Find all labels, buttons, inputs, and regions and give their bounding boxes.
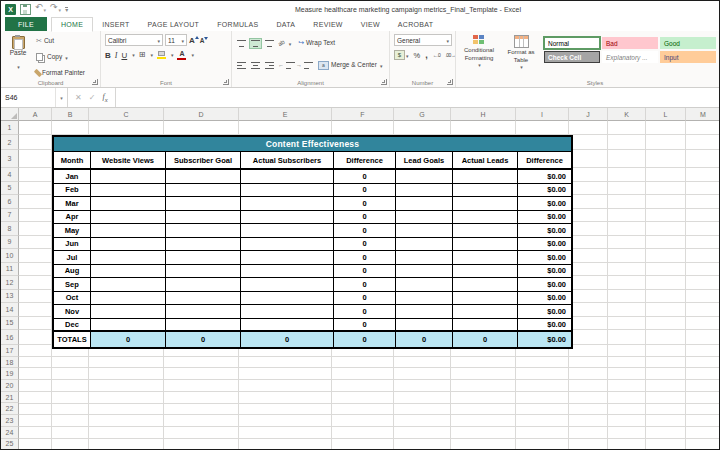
tab-formulas[interactable]: FORMULAS: [208, 17, 267, 31]
value-cell[interactable]: [453, 224, 518, 238]
undo-button[interactable]: ↶▾: [35, 3, 46, 15]
value-cell[interactable]: [453, 265, 518, 279]
value-cell[interactable]: [91, 184, 166, 198]
col-header-C[interactable]: C: [89, 108, 164, 121]
value-cell[interactable]: [166, 319, 241, 333]
select-all-corner[interactable]: [1, 108, 19, 121]
value-cell[interactable]: [453, 184, 518, 198]
value-cell[interactable]: [453, 238, 518, 252]
value-cell[interactable]: $0.00: [518, 251, 571, 265]
value-cell[interactable]: 0: [334, 238, 396, 252]
value-cell[interactable]: 0: [334, 170, 396, 184]
decrease-font-size-button[interactable]: A: [200, 37, 208, 44]
value-cell[interactable]: [453, 278, 518, 292]
col-header-G[interactable]: G: [394, 108, 451, 121]
value-cell[interactable]: [396, 184, 453, 198]
enter-icon[interactable]: ✓: [89, 93, 96, 102]
value-cell[interactable]: 0: [334, 292, 396, 306]
tab-page-layout[interactable]: PAGE LAYOUT: [139, 17, 209, 31]
comma-style-button[interactable]: ,: [425, 50, 428, 60]
value-cell[interactable]: 0: [334, 224, 396, 238]
month-cell[interactable]: Mar: [54, 197, 91, 211]
value-cell[interactable]: [91, 170, 166, 184]
italic-button[interactable]: I: [115, 51, 118, 60]
row-header-13[interactable]: 13: [1, 290, 19, 304]
table-header-cell[interactable]: Actual Subscribers: [241, 152, 334, 170]
value-cell[interactable]: [453, 170, 518, 184]
merge-dropdown-icon[interactable]: [379, 56, 383, 74]
month-cell[interactable]: Dec: [54, 319, 91, 333]
row-header-2[interactable]: 2: [1, 135, 19, 150]
value-cell[interactable]: [91, 251, 166, 265]
col-header-K[interactable]: K: [608, 108, 646, 121]
value-cell[interactable]: [396, 197, 453, 211]
style-chip-normal[interactable]: Normal: [544, 37, 600, 49]
table-header-cell[interactable]: Month: [54, 152, 91, 170]
value-cell[interactable]: [91, 305, 166, 319]
font-name-select[interactable]: Calibri: [105, 34, 163, 46]
tab-home[interactable]: HOME: [51, 17, 93, 32]
value-cell[interactable]: [91, 197, 166, 211]
copy-dropdown-icon[interactable]: [64, 48, 68, 66]
value-cell[interactable]: $0.00: [518, 292, 571, 306]
row-header-17[interactable]: 17: [1, 345, 19, 357]
value-cell[interactable]: [241, 305, 334, 319]
tab-view[interactable]: VIEW: [352, 17, 389, 31]
value-cell[interactable]: [396, 211, 453, 225]
font-color-dropdown-icon[interactable]: [190, 51, 194, 60]
tab-acrobat[interactable]: ACROBAT: [389, 17, 442, 31]
cancel-icon[interactable]: ✕: [75, 93, 82, 102]
value-cell[interactable]: [166, 278, 241, 292]
tab-data[interactable]: DATA: [268, 17, 305, 31]
col-header-A[interactable]: A: [19, 108, 52, 121]
number-dialog-launcher[interactable]: [447, 79, 453, 85]
number-format-select[interactable]: General: [394, 34, 452, 46]
value-cell[interactable]: [166, 251, 241, 265]
underline-dropdown-icon[interactable]: [131, 51, 135, 60]
value-cell[interactable]: [166, 305, 241, 319]
wrap-text-button[interactable]: ↪Wrap Text: [298, 39, 335, 47]
value-cell[interactable]: 0: [334, 265, 396, 279]
increase-indent-button[interactable]: →: [296, 61, 311, 70]
insert-function-icon[interactable]: fx: [102, 92, 107, 103]
col-header-I[interactable]: I: [516, 108, 569, 121]
col-header-E[interactable]: E: [239, 108, 332, 121]
col-header-D[interactable]: D: [164, 108, 239, 121]
conditional-formatting-button[interactable]: Conditional Formatting: [460, 34, 498, 75]
orientation-dropdown-icon[interactable]: [288, 34, 292, 52]
value-cell[interactable]: [241, 319, 334, 333]
col-header-H[interactable]: H: [451, 108, 516, 121]
row-header-8[interactable]: 8: [1, 222, 19, 236]
decrease-decimal-button[interactable]: .00→: [445, 52, 455, 58]
value-cell[interactable]: [396, 319, 453, 333]
table-header-cell[interactable]: Lead Goals: [396, 152, 453, 170]
cut-button[interactable]: ✂Cut: [36, 37, 85, 45]
value-cell[interactable]: [453, 305, 518, 319]
underline-button[interactable]: U: [121, 51, 127, 60]
increase-font-size-button[interactable]: A: [189, 36, 198, 45]
value-cell[interactable]: [241, 184, 334, 198]
alignment-dialog-launcher[interactable]: [381, 79, 387, 85]
totals-value-cell[interactable]: 0: [241, 332, 334, 347]
row-header-16[interactable]: 16: [1, 330, 19, 345]
totals-value-cell[interactable]: 0: [91, 332, 166, 347]
style-chip-check-cell[interactable]: Check Cell: [544, 51, 600, 63]
copy-button[interactable]: Copy: [36, 48, 85, 66]
table-header-cell[interactable]: Difference: [518, 152, 571, 170]
value-cell[interactable]: $0.00: [518, 278, 571, 292]
accounting-format-button[interactable]: $: [394, 50, 409, 60]
month-cell[interactable]: Jun: [54, 238, 91, 252]
value-cell[interactable]: [453, 211, 518, 225]
month-cell[interactable]: Aug: [54, 265, 91, 279]
row-header-11[interactable]: 11: [1, 263, 19, 277]
style-chip-bad[interactable]: Bad: [602, 37, 658, 49]
value-cell[interactable]: [91, 224, 166, 238]
fill-color-dropdown-icon[interactable]: [170, 51, 174, 60]
tab-review[interactable]: REVIEW: [304, 17, 351, 31]
font-dialog-launcher[interactable]: [223, 79, 229, 85]
row-header-12[interactable]: 12: [1, 276, 19, 290]
row-header-5[interactable]: 5: [1, 182, 19, 196]
value-cell[interactable]: $0.00: [518, 170, 571, 184]
sheet-grid[interactable]: Content EffectivenessMonthWebsite ViewsS…: [19, 121, 719, 449]
value-cell[interactable]: [241, 251, 334, 265]
